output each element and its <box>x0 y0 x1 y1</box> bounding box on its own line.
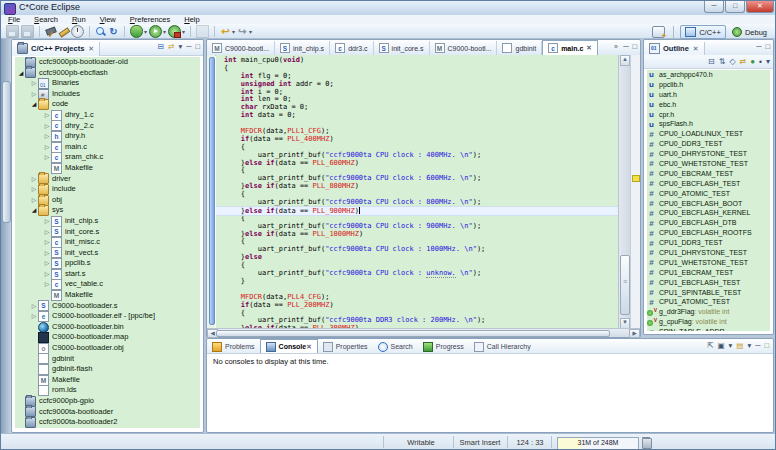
outline-item[interactable]: #CPU0_EBCFLASH_BOOT <box>647 199 770 209</box>
tree-item[interactable]: MMakefile <box>15 290 200 301</box>
menu-run[interactable]: Run <box>65 15 93 24</box>
collapsed-arrow-icon[interactable]: ▷ <box>43 279 51 290</box>
outline-item[interactable]: #CPU1_WHETSTONE_TEST <box>647 258 770 268</box>
outline-item[interactable]: g_cpuFlag : volatile int <box>647 317 770 327</box>
pin-console-icon[interactable]: ⇱ <box>707 341 713 351</box>
console-tab-properties[interactable]: Properties <box>318 340 373 353</box>
outline-item[interactable]: uebc.h <box>647 100 770 110</box>
collapsed-arrow-icon[interactable]: ▷ <box>43 248 51 259</box>
menu-search[interactable]: Search <box>27 15 65 24</box>
hide-static-icon[interactable]: ● <box>750 56 755 67</box>
outline-item[interactable]: #CPU0_ATOMIC_TEST <box>647 189 770 199</box>
tree-item[interactable]: C9000-bootloader.map <box>15 332 200 343</box>
menu-view[interactable]: View <box>93 15 123 24</box>
tab-overflow-icon[interactable]: » <box>614 43 618 50</box>
build-icon[interactable] <box>45 26 56 37</box>
editor-horizontal-scrollbar[interactable]: ◀ ▶ <box>207 328 640 337</box>
tree-item[interactable]: ▷cinit_misc.c <box>15 237 200 248</box>
editor-tab-gdbinit[interactable]: gdbinit <box>497 41 542 55</box>
open-perspective-icon[interactable] <box>652 26 665 38</box>
tab-outline[interactable]: Outline✕ <box>644 42 705 56</box>
left-scrollbar-thumb[interactable] <box>2 81 11 223</box>
outline-item[interactable]: #CPU1_EBCFLASH_TEST <box>647 278 770 288</box>
tree-item[interactable]: ▷hdhry.h <box>15 131 200 142</box>
maximize-icon[interactable]: □ <box>765 42 770 52</box>
minimize-icon[interactable]: ─ <box>186 42 191 52</box>
tree-item[interactable]: ▷Sinit_chip.s <box>15 216 200 227</box>
tree-item[interactable]: gdbinit-flash <box>15 364 200 375</box>
close-window-button[interactable]: ✕ <box>746 1 774 13</box>
maximize-icon[interactable]: □ <box>764 341 769 351</box>
outline-item[interactable]: #CPU0_EBCFLASH_KERNEL <box>647 208 770 218</box>
dropdown-icon[interactable]: ▾ <box>163 28 166 35</box>
collapsed-arrow-icon[interactable]: ▷ <box>43 269 51 280</box>
sort-icon[interactable]: ⇅ <box>719 56 726 67</box>
scroll-up-icon[interactable]: ▲ <box>620 55 630 66</box>
editor-tab-ddr3-c[interactable]: cddr3.c <box>330 41 373 55</box>
menu-help[interactable]: Help <box>177 15 206 24</box>
editor-tab-init-chip-s[interactable]: Sinit_chip.s <box>275 41 330 55</box>
tree-item[interactable]: ▷cmain.c <box>15 142 200 153</box>
console-tab-search[interactable]: Search <box>373 340 418 353</box>
console-tab-problems[interactable]: Problems <box>207 340 260 353</box>
outline-item[interactable]: #CPU0_EBCFLASH_ROOTFS <box>647 228 770 238</box>
editor-tab-init-core-s[interactable]: Sinit_core.s <box>374 41 430 55</box>
gc-trash-icon[interactable] <box>642 438 652 449</box>
editor-tab-c9000-bootl-[interactable]: MC9000-bootl... <box>207 41 275 55</box>
outline-item[interactable]: #CPU1_DDR3_TEST <box>647 238 770 248</box>
collapsed-arrow-icon[interactable]: ▷ <box>43 142 51 153</box>
minimize-window-button[interactable]: ─ <box>704 1 724 13</box>
expanded-arrow-icon[interactable]: ◢ <box>17 68 25 79</box>
outline-item[interactable]: uppclib.h <box>647 80 770 90</box>
outline-item[interactable]: #SPIN_TABLE_ADDR <box>647 327 770 331</box>
open-console-icon[interactable] <box>196 25 209 38</box>
external-tools-icon[interactable] <box>168 25 181 38</box>
close-icon[interactable]: ✕ <box>88 45 94 53</box>
close-icon[interactable]: ✕ <box>693 45 699 53</box>
collapsed-arrow-icon[interactable]: ▷ <box>43 131 51 142</box>
tree-item[interactable]: oC9000-bootloader.obj <box>15 343 200 354</box>
perspective-button-debug[interactable]: Debug <box>728 26 771 38</box>
dropdown-icon[interactable]: ▾ <box>729 341 733 351</box>
outline-item[interactable]: #CPU0_EBCFLASH_TEST <box>647 179 770 189</box>
dropdown-icon[interactable]: ▾ <box>144 28 147 35</box>
tree-item[interactable]: ▷cvec_table.c <box>15 279 200 290</box>
tab-cpp-projects[interactable]: C/C++ Projects✕ <box>12 42 100 56</box>
collapsed-arrow-icon[interactable]: ▷ <box>43 110 51 121</box>
outline-item[interactable]: #CPU0_EBCFLASH_DTB <box>647 218 770 228</box>
outline-item[interactable]: uspsFlash.h <box>647 119 770 129</box>
overview-ruler[interactable] <box>630 55 640 329</box>
tree-item[interactable]: ▷eC9000-bootloader.elf - [ppc/be] <box>15 311 200 322</box>
collapsed-arrow-icon[interactable]: ▷ <box>43 258 51 269</box>
collapsed-arrow-icon[interactable]: ▷ <box>30 78 38 89</box>
outline-item[interactable]: #CPU0_EBCRAM_TEST <box>647 169 770 179</box>
editor-tab-c9000-bootl-[interactable]: MC9000-bootl... <box>430 41 498 55</box>
left-scrollbar[interactable] <box>1 39 11 433</box>
maximize-icon[interactable]: □ <box>195 42 200 52</box>
collapse-all-icon[interactable]: ⊟ <box>708 56 715 67</box>
tree-item[interactable]: ◢sys <box>15 205 200 216</box>
editor-vscroll-thumb[interactable] <box>620 255 630 315</box>
tree-item[interactable]: ▷Sinit_core.s <box>15 227 200 238</box>
console-tab-progress[interactable]: Progress <box>418 340 469 353</box>
link-with-editor-icon[interactable]: ⇄ <box>740 56 747 67</box>
refresh-icon[interactable]: ↻ <box>108 26 119 37</box>
menu-preferences[interactable]: Preferences <box>123 15 177 24</box>
tree-item[interactable]: ▷Sppclib.s <box>15 258 200 269</box>
collapsed-arrow-icon[interactable]: ▷ <box>30 184 38 195</box>
tree-item[interactable]: ◢ccfc9000pb-ebcflash <box>15 68 200 79</box>
collapsed-arrow-icon[interactable]: ▷ <box>43 216 51 227</box>
expanded-arrow-icon[interactable]: ◢ <box>30 99 38 110</box>
outline-item[interactable]: #CPU1_SPINTABLE_TEST <box>647 288 770 298</box>
annotation-ruler[interactable] <box>207 55 215 329</box>
dropdown-icon[interactable]: ▾ <box>232 28 235 35</box>
maximize-icon[interactable]: □ <box>632 42 637 52</box>
debug-icon[interactable] <box>130 25 143 38</box>
view-menu-icon[interactable]: ▾ <box>766 56 770 67</box>
collapsed-arrow-icon[interactable]: ▷ <box>30 89 38 100</box>
close-icon[interactable]: ✕ <box>306 343 311 351</box>
open-console-icon[interactable]: ▤ <box>736 341 743 351</box>
outline-item[interactable]: #CPU0_DHRYSTONE_TEST <box>647 149 770 159</box>
outline-item[interactable]: uuart.h <box>647 90 770 100</box>
collapsed-arrow-icon[interactable]: ▷ <box>43 121 51 132</box>
